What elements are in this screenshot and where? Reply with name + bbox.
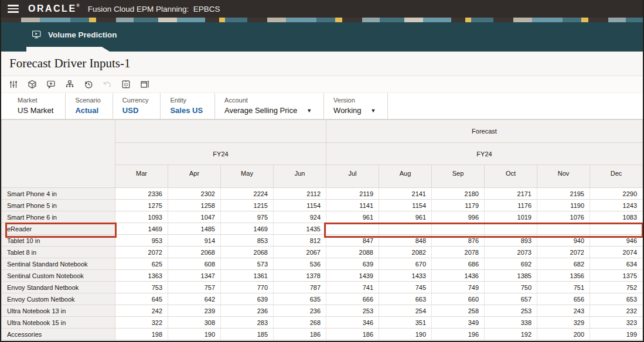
grid-cell[interactable]: 853 [221, 235, 274, 247]
grid-cell[interactable]: 322 [115, 317, 168, 329]
grid-cell[interactable]: 338 [485, 317, 537, 329]
pov-item-currency[interactable]: Currency USD [113, 93, 161, 119]
grid-cell[interactable]: 1356 [537, 270, 590, 282]
grid-cell[interactable]: 536 [274, 258, 326, 270]
grid-cell[interactable]: 940 [537, 235, 590, 247]
grid-cell[interactable] [326, 223, 379, 235]
grid-cell[interactable]: 1469 [221, 223, 274, 235]
grid-cell[interactable]: 1258 [168, 200, 221, 211]
grid-cell[interactable]: 1361 [221, 270, 274, 282]
grid-cell[interactable]: 351 [379, 317, 432, 329]
grid-cell[interactable]: 645 [115, 293, 168, 305]
grid-cell[interactable]: 243 [537, 305, 590, 317]
grid-cell[interactable]: 323 [590, 317, 643, 329]
grid-cell[interactable]: 2302 [168, 188, 221, 200]
grid-cell[interactable]: 893 [485, 235, 537, 247]
grid-cell[interactable]: 1047 [168, 211, 221, 223]
grid-cell[interactable]: 2180 [432, 188, 485, 200]
grid-cell[interactable]: 2336 [115, 188, 168, 200]
grid-cell[interactable]: 1439 [326, 270, 379, 282]
grid-cell[interactable]: 753 [115, 282, 168, 293]
month-header-may[interactable]: May [221, 165, 274, 188]
pov-item-version[interactable]: Version Working▼ [324, 93, 388, 119]
grid-cell[interactable]: 961 [326, 211, 379, 223]
row-label-smart-phone-5-in[interactable]: Smart Phone 5 in [2, 200, 115, 211]
grid-cell[interactable]: 914 [168, 235, 221, 247]
grid-cell[interactable]: 657 [485, 293, 537, 305]
grid-cell[interactable]: 751 [537, 282, 590, 293]
month-header-nov[interactable]: Nov [537, 165, 590, 188]
row-label-smart-phone-6-in[interactable]: Smart Phone 6 in [2, 211, 115, 223]
pov-value[interactable]: Actual [75, 106, 100, 115]
grid-cell[interactable]: 812 [274, 235, 326, 247]
grid-cell[interactable]: 752 [590, 282, 643, 293]
grid-cell[interactable]: 2068 [221, 247, 274, 258]
grid-cell[interactable]: 1176 [485, 200, 537, 211]
grid-cell[interactable]: 242 [115, 305, 168, 317]
grid-cell[interactable]: 196 [432, 329, 485, 340]
grid-cell[interactable]: 670 [379, 258, 432, 270]
grid-cell[interactable]: 787 [274, 282, 326, 293]
grid-cell[interactable]: 200 [537, 329, 590, 340]
grid-cell[interactable]: 639 [326, 258, 379, 270]
grid-cell[interactable] [485, 223, 537, 235]
month-header-jul[interactable]: Jul [326, 165, 379, 188]
grid-cell[interactable]: 2224 [221, 188, 274, 200]
grid-cell[interactable]: 682 [537, 258, 590, 270]
grid-cell[interactable]: 1215 [221, 200, 274, 211]
grid-cell[interactable]: 1436 [432, 270, 485, 282]
grid-cell[interactable] [379, 223, 432, 235]
grid-cell[interactable]: 185 [221, 329, 274, 340]
grid-cell[interactable]: 2290 [590, 188, 643, 200]
pov-item-market[interactable]: Market US Market [18, 93, 66, 119]
grid-cell[interactable]: 199 [590, 329, 643, 340]
hierarchy-icon[interactable] [65, 80, 74, 89]
grid-cell[interactable]: 1179 [432, 200, 485, 211]
grid-cell[interactable]: 608 [168, 258, 221, 270]
grid-cell[interactable]: 996 [432, 211, 485, 223]
chevron-down-icon[interactable]: ▼ [306, 108, 312, 114]
grid-cell[interactable]: 1154 [379, 200, 432, 211]
grid-cell[interactable]: 239 [168, 305, 221, 317]
grid-cell[interactable] [590, 223, 643, 235]
cube-icon[interactable] [28, 80, 37, 89]
grid-cell[interactable]: 1378 [274, 270, 326, 282]
grid-cell[interactable]: 1141 [326, 200, 379, 211]
month-header-apr[interactable]: Apr [168, 165, 221, 188]
grid-cell[interactable]: 186 [274, 329, 326, 340]
grid-cell[interactable]: 1243 [590, 200, 643, 211]
month-header-oct[interactable]: Oct [485, 165, 537, 188]
row-label-ereader[interactable]: eReader [2, 223, 115, 235]
grid-cell[interactable]: 946 [590, 235, 643, 247]
grid-cell[interactable]: 1275 [115, 200, 168, 211]
row-label-tablet-8-in[interactable]: Tablet 8 in [2, 247, 115, 258]
grid-cell[interactable]: 190 [168, 329, 221, 340]
grid-cell[interactable]: 635 [274, 293, 326, 305]
grid-icon[interactable] [121, 80, 131, 89]
grid-cell[interactable]: 308 [168, 317, 221, 329]
grid-cell[interactable]: 1190 [537, 200, 590, 211]
grid-cell[interactable]: 253 [326, 305, 379, 317]
grid-cell[interactable]: 236 [274, 305, 326, 317]
pov-item-entity[interactable]: Entity Sales US [161, 93, 215, 119]
grid-cell[interactable]: 1485 [168, 223, 221, 235]
header-forecast[interactable]: Forecast [326, 120, 643, 143]
grid-cell[interactable]: 192 [485, 329, 537, 340]
grid-cell[interactable]: 625 [115, 258, 168, 270]
grid-cell[interactable]: 1154 [274, 200, 326, 211]
panel-width-icon[interactable] [140, 80, 149, 89]
pov-value[interactable]: Sales US [170, 106, 203, 115]
pov-value[interactable]: US Market [18, 106, 53, 115]
grid-cell[interactable]: 254 [379, 305, 432, 317]
grid-cell[interactable]: 653 [590, 293, 643, 305]
grid-cell[interactable]: 2119 [326, 188, 379, 200]
grid-cell[interactable]: 2082 [379, 247, 432, 258]
grid-cell[interactable]: 186 [326, 329, 379, 340]
grid-cell[interactable]: 329 [537, 317, 590, 329]
grid-cell[interactable]: 741 [326, 282, 379, 293]
row-label-accessories[interactable]: Accessories [2, 329, 115, 340]
grid-cell[interactable]: 2072 [115, 247, 168, 258]
grid-cell[interactable]: 847 [326, 235, 379, 247]
grid-cell[interactable]: 660 [432, 293, 485, 305]
month-header-aug[interactable]: Aug [379, 165, 432, 188]
